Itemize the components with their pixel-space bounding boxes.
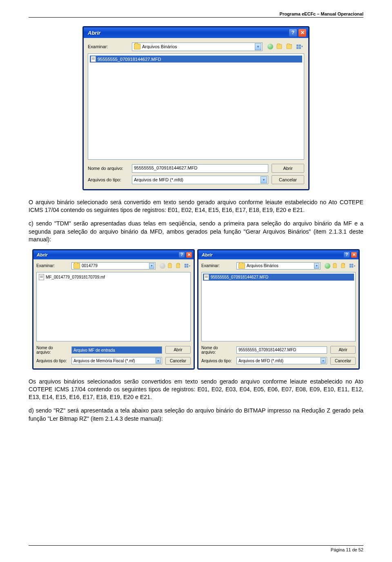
file-list[interactable]: 95555555_070918144627.MFD (88, 54, 304, 160)
filename-input[interactable]: 95555555_070918144627.MFD (236, 346, 327, 354)
lookin-label: Examinar: (88, 44, 129, 49)
filename-label: Nome do arquivo: (88, 166, 129, 171)
up-icon[interactable] (167, 262, 174, 270)
page-header: Programa eECFc – Manual Operacional (29, 11, 363, 18)
lookin-combo[interactable]: Arquivos Binários ▼ (132, 42, 263, 51)
chevron-down-icon[interactable]: ▼ (149, 263, 154, 269)
cancel-button[interactable]: Cancelar (165, 357, 191, 365)
help-icon[interactable]: ? (289, 29, 297, 37)
file-name: 95555555_070918144627.MFD (211, 275, 268, 279)
file-item[interactable]: 95555555_070918144627.MFD (203, 274, 354, 281)
chevron-down-icon[interactable]: ▼ (321, 358, 326, 364)
folder-icon (134, 44, 140, 49)
file-icon (91, 56, 96, 62)
paragraph-3: Os arquivos binários selecionados serão … (29, 378, 363, 401)
back-icon[interactable] (324, 262, 331, 270)
chevron-down-icon[interactable]: ▼ (261, 176, 267, 183)
cancel-button[interactable]: Cancelar (272, 175, 304, 184)
lookin-value: Arquivos Binários (142, 44, 255, 49)
filetype-label: Arquivos do tipo: (201, 359, 233, 363)
page-footer: Página 11 de 52 (29, 545, 363, 552)
titlebar[interactable]: Abrir ? ✕ (84, 27, 308, 38)
folder-icon (238, 263, 245, 269)
filetype-value: Arquivos de MFD (*.mfd) (238, 359, 321, 363)
paragraph-2: c) sendo "TDM" serão apresentadas duas t… (29, 220, 363, 243)
up-icon[interactable] (332, 262, 339, 270)
file-item[interactable]: MF_0014779_070918170709.mf (38, 274, 189, 281)
filetype-value: Arquivos de Memória Fiscal (*.mf) (74, 359, 156, 363)
open-dialog-1: Abrir ? ✕ Examinar: Arquivos Binários ▼ … (82, 26, 310, 190)
dialog-title: Abrir (88, 30, 100, 36)
titlebar[interactable]: Abrir ? ✕ (33, 250, 194, 259)
chevron-down-icon[interactable]: ▼ (255, 43, 261, 50)
file-name: 95555555_070918144627.MFD (98, 57, 161, 62)
filetype-combo[interactable]: Arquivos de MFD (*.mfd) ▼ (132, 176, 268, 184)
view-menu-icon[interactable]: ▾ (295, 42, 304, 51)
filename-label: Nome do arquivo: (201, 346, 233, 355)
back-icon[interactable] (266, 42, 275, 51)
lookin-combo[interactable]: 0014779 ▼ (71, 262, 156, 270)
lookin-combo[interactable]: Arquivos Binários ▼ (236, 262, 321, 270)
file-icon (39, 274, 44, 280)
paragraph-4: d) sendo "RZ" será apresentada a tela ab… (29, 407, 363, 422)
view-menu-icon[interactable]: ▾ (348, 262, 356, 270)
lookin-label: Examinar: (36, 263, 68, 268)
open-dialog-2: Abrir ? ✕ Examinar: 0014779 ▼ ▾ (32, 249, 195, 370)
close-icon[interactable]: ✕ (186, 252, 192, 258)
lookin-value: 0014779 (82, 263, 149, 268)
filetype-combo[interactable]: Arquivos de Memória Fiscal (*.mf) ▼ (71, 357, 162, 364)
filetype-label: Arquivos do tipo: (88, 177, 129, 182)
file-icon (204, 274, 209, 280)
file-list[interactable]: MF_0014779_070918170709.mf (36, 272, 191, 341)
new-folder-icon[interactable] (175, 262, 183, 270)
filename-input[interactable]: Arquivo MF de entrada (71, 346, 162, 354)
chevron-down-icon[interactable]: ▼ (314, 263, 319, 269)
close-icon[interactable]: ✕ (351, 252, 357, 258)
dialog-title: Abrir (37, 252, 47, 257)
view-menu-icon[interactable]: ▾ (183, 262, 191, 270)
filename-input[interactable]: 95555555_070918144627.MFD (132, 164, 268, 173)
filename-label: Nome do arquivo: (36, 346, 68, 355)
paragraph-1: O arquivo binário selecionado será conve… (29, 198, 363, 214)
help-icon[interactable]: ? (343, 252, 350, 258)
open-button[interactable]: Abrir (272, 164, 304, 173)
titlebar[interactable]: Abrir ? ✕ (198, 250, 359, 259)
new-folder-icon[interactable] (340, 262, 347, 270)
file-item[interactable]: 95555555_070918144627.MFD (90, 56, 302, 62)
cancel-button[interactable]: Cancelar (330, 357, 356, 365)
chevron-down-icon[interactable]: ▼ (156, 358, 161, 364)
open-button[interactable]: Abrir (165, 346, 191, 354)
filetype-value: Arquivos de MFD (*.mfd) (134, 177, 261, 182)
open-dialog-3: Abrir ? ✕ Examinar: Arquivos Binários ▼ … (197, 249, 360, 370)
close-icon[interactable]: ✕ (298, 29, 307, 37)
lookin-value: Arquivos Binários (247, 263, 314, 268)
lookin-label: Examinar: (201, 263, 233, 268)
file-list[interactable]: 95555555_070918144627.MFD (201, 272, 356, 341)
up-icon[interactable] (276, 42, 285, 51)
folder-icon (74, 263, 80, 269)
filetype-label: Arquivos do tipo: (36, 359, 68, 363)
new-folder-icon[interactable] (285, 42, 294, 51)
help-icon[interactable]: ? (178, 252, 185, 258)
open-button[interactable]: Abrir (330, 346, 356, 354)
back-icon[interactable] (159, 262, 166, 270)
file-name: MF_0014779_070918170709.mf (46, 275, 105, 279)
dialog-title: Abrir (202, 252, 212, 257)
filetype-combo[interactable]: Arquivos de MFD (*.mfd) ▼ (236, 357, 327, 364)
